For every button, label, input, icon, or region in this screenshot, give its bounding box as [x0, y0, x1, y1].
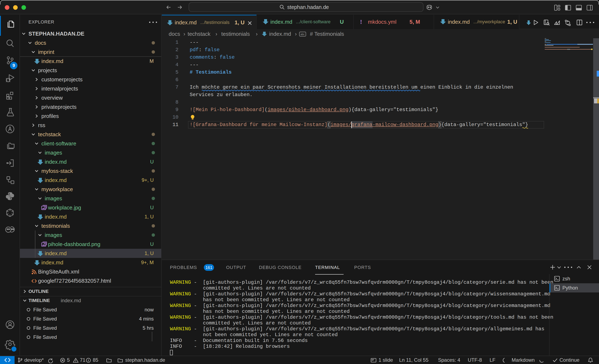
svg-text:abc: abc [300, 33, 305, 36]
